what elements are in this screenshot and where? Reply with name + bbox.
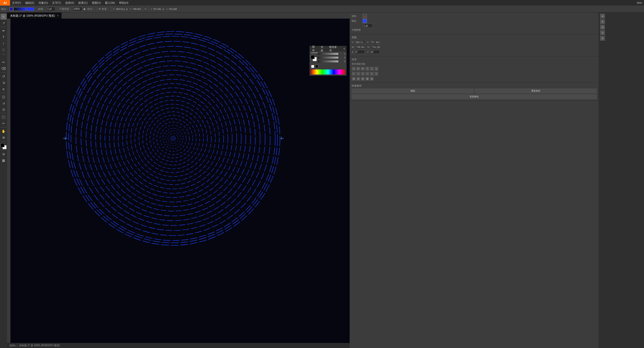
x-input[interactable] (355, 40, 365, 44)
align-extra-2[interactable]: ⊡ (356, 77, 360, 81)
align-center-h[interactable]: ⊢ (356, 67, 360, 71)
color-swatches[interactable] (1, 143, 7, 149)
canvas-area: 颜色 色板 配色参考 × 0 0 0 (7, 13, 350, 343)
divider-4 (111, 7, 111, 11)
align-extra-5[interactable]: ⊗ (370, 77, 374, 81)
panel-fg-color[interactable] (311, 55, 315, 59)
tool-pen[interactable]: ✒ (1, 28, 7, 34)
weight-input[interactable] (47, 7, 55, 11)
color-sliders-area: 0 0 0 (318, 53, 345, 63)
dist-left[interactable]: ↔ (352, 72, 356, 76)
tool-pencil[interactable]: ✏ (1, 59, 7, 65)
status-doc-info: 未标题-1* @ 150% (RGB/GPU 预览) (19, 344, 60, 347)
foreground-color-swatch[interactable] (1, 143, 5, 147)
tool-warp[interactable]: ⌀ (1, 86, 7, 92)
align-bottom[interactable]: ⊥ (374, 67, 378, 71)
w-input[interactable] (355, 45, 366, 49)
align-extra-1[interactable]: ⊞ (352, 77, 356, 81)
align-extra-4[interactable]: ⊠ (365, 77, 369, 81)
status-divider: | (17, 344, 18, 347)
divider-5 (143, 7, 143, 11)
dist-center-v[interactable]: ↕ (370, 72, 374, 76)
fill-none-box[interactable]: ⊘ (363, 14, 367, 18)
dist-top[interactable]: ↕ (365, 72, 369, 76)
menu-edit[interactable]: 编辑(E) (23, 0, 36, 6)
dist-right[interactable]: ↔ (361, 72, 365, 76)
tool-select[interactable]: ↖ (1, 14, 7, 20)
tool-line[interactable]: / (1, 40, 7, 46)
menu-effect[interactable]: 效果(C) (76, 0, 90, 6)
right-tool-4[interactable]: ⊡ (600, 30, 605, 35)
quick-action-btns: 编辑 重新着色 (352, 89, 597, 93)
tool-separator-7 (1, 150, 6, 150)
tool-direct-select[interactable]: ↗ (1, 20, 7, 26)
menu-select[interactable]: 选择(S) (63, 0, 76, 6)
transform-section: 变换 X: Y: W: H: ∠ ⤢ (350, 34, 599, 56)
tool-rotate[interactable]: ↺ (1, 73, 7, 79)
shear-input-t[interactable] (370, 50, 380, 54)
distribute-icons-row: ↔ ↔ ↔ ↕ ↕ ↕ (352, 72, 597, 76)
align-center-v[interactable]: ⊥ (370, 67, 374, 71)
color-panel-tab-harmony[interactable]: 配色参考 (328, 45, 339, 53)
h-input[interactable] (371, 45, 381, 49)
update-color-btn[interactable]: 更新颜色 (352, 94, 597, 99)
menu-object[interactable]: 对象(O) (36, 0, 50, 6)
color-panel-close[interactable]: × (343, 48, 345, 50)
right-tool-5[interactable]: ⊟ (600, 36, 605, 41)
coord-y-label: Y: (130, 8, 132, 10)
menu-file[interactable]: 文件(F) (10, 0, 23, 6)
tool-graph[interactable]: ⬛ (1, 114, 7, 120)
y-input[interactable] (370, 40, 380, 44)
color-panel-tab-color[interactable]: 颜色 (311, 45, 318, 53)
stroke-weight-input[interactable] (363, 24, 373, 28)
color-spectrum-bar[interactable] (311, 69, 345, 74)
color-fg-bg-stack[interactable] (311, 55, 317, 61)
right-tool-2[interactable]: ⊗ (600, 19, 605, 24)
opacity-input[interactable] (73, 7, 82, 11)
tool-shape[interactable]: □ (1, 47, 7, 53)
tool-gradient2[interactable]: ▦ (1, 157, 7, 163)
menu-window[interactable]: 窗口(W) (103, 0, 117, 6)
color-panel-tab-swatches[interactable]: 色板 (320, 45, 326, 53)
dist-bottom[interactable]: ↕ (374, 72, 378, 76)
wh-row: W: H: (352, 45, 597, 49)
tool-zoom[interactable]: ⊕ (1, 134, 7, 140)
align-right[interactable]: ⊢ (361, 67, 365, 71)
align-left[interactable]: ⊣ (352, 67, 356, 71)
menu-type[interactable]: 文字(T) (50, 0, 63, 6)
main-canvas[interactable] (50, 30, 296, 247)
menu-view[interactable]: 视图(V) (90, 0, 103, 6)
align-section: 对齐 相对画板对象 ⊣ ⊢ ⊢ ⊤ ⊥ ⊥ ↔ ↔ ↔ ↕ ↕ ↕ (350, 56, 599, 83)
black-swatch[interactable] (315, 65, 318, 68)
fill-row: 填色 ⊘ (352, 14, 597, 18)
edit-pattern-btn[interactable]: 编辑 (352, 89, 474, 93)
h-value: 734.268 (169, 8, 177, 10)
align-top[interactable]: ⊤ (365, 67, 369, 71)
right-tool-1[interactable]: ⊕ (600, 14, 605, 19)
tab-close[interactable]: × (57, 14, 59, 17)
slider-track-2[interactable] (318, 57, 338, 59)
tool-blend[interactable]: ◎ (1, 106, 7, 112)
angle-input-t[interactable] (355, 50, 365, 54)
active-tab[interactable]: 未标题-1* @ 150% (RGB/GPU 预览) × (7, 13, 62, 19)
tool-hand[interactable]: ✋ (1, 128, 7, 134)
tool-slice[interactable]: ✂ (1, 120, 7, 126)
menu-help[interactable]: 帮助(H) (117, 0, 130, 6)
dist-center-h[interactable]: ↔ (356, 72, 360, 76)
slider-track-3[interactable] (318, 60, 338, 62)
stroke-color-box[interactable] (363, 19, 367, 23)
tool-none[interactable]: ⊘ (1, 151, 7, 157)
tool-brush[interactable]: ⌒ (1, 53, 7, 59)
white-swatch[interactable] (311, 65, 314, 68)
tool-gradient[interactable]: ◫ (1, 94, 7, 100)
tool-eyedrop[interactable]: ⊿ (1, 100, 7, 106)
tool-scale[interactable]: ⇲ (1, 80, 7, 86)
align-extra-3[interactable]: ⊟ (361, 77, 365, 81)
slider-track-1[interactable] (318, 53, 338, 55)
recolor-btn[interactable]: 重新着色 (475, 89, 597, 93)
stroke-color-swatch[interactable] (10, 7, 13, 11)
coord-x-unit: p (127, 8, 128, 10)
tool-eraser[interactable]: ⌫ (1, 65, 7, 71)
right-tool-3[interactable]: ⊞ (600, 25, 605, 30)
tool-type[interactable]: T (1, 34, 7, 40)
